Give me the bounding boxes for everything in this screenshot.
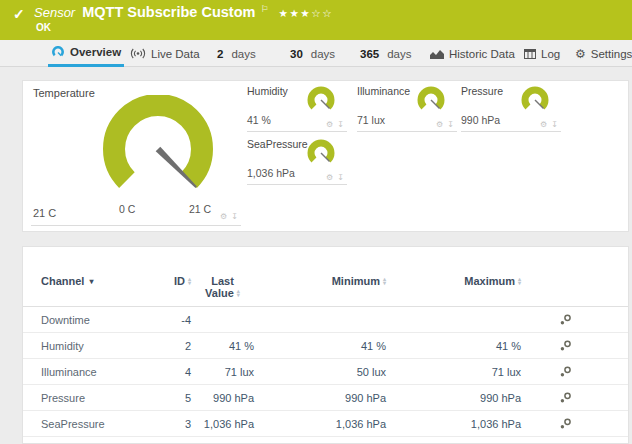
gauge-gear-icon[interactable]: ⚙ [436,120,444,129]
channel-last-value: 1,036 hPa [191,418,254,430]
channel-maximum: 41 % [386,340,521,352]
channel-last-value: 71 lux [191,366,254,378]
gauge-pin-icon[interactable]: ↧ [337,120,345,129]
sort-icon: ▴▾ [237,289,240,298]
channel-minimum: 1,036 hPa [254,418,386,430]
channel-table-panel: Channel ▾ ID ▴▾ Last Value ▴▾ Minimum ▴▾ [22,246,629,444]
priority-stars[interactable]: ★★★☆☆ [279,7,334,19]
gear-icon: ⚙ [575,47,586,61]
channel-name: Downtime [23,314,146,326]
table-row-seapressure: SeaPressure 3 1,036 hPa 1,036 hPa 1,036 … [23,411,628,437]
gauge-gear-icon[interactable]: ⚙ [326,173,334,182]
temperature-gauge-dial [93,95,223,203]
flag-icon[interactable]: ⚐ [260,4,268,14]
column-header-maximum[interactable]: Maximum ▴▾ [386,275,521,287]
tab-live-data[interactable]: Live Data [127,40,203,67]
gauge-temperature: Temperature 0 C 21 C 21 C ⚙ ↧ [31,85,241,226]
tab-settings[interactable]: ⚙ Settings [572,40,632,67]
humidity-gauge-dial [302,86,340,120]
channel-settings-icon[interactable] [560,314,572,325]
gauge-pin-icon[interactable]: ↧ [551,120,559,129]
column-label: ID [174,275,185,287]
channel-settings-icon[interactable] [560,392,572,403]
tab-2-days[interactable]: 2 days [214,40,259,67]
column-header-minimum[interactable]: Minimum ▴▾ [254,275,386,287]
gauge-current-value: 990 hPa [461,114,500,126]
channel-settings-icon[interactable] [560,340,572,351]
area-chart-icon [430,49,444,59]
sort-icon: ▴▾ [518,277,521,286]
tab-label: Live Data [151,48,200,60]
page-title: MQTT Subscribe Custom [82,4,255,20]
tab-30-days[interactable]: 30 days [287,40,338,67]
column-header-id[interactable]: ID ▴▾ [146,275,191,287]
tab-label-unit: days [387,48,411,60]
channel-minimum: 41 % [254,340,386,352]
table-row-pressure: Pressure 5 990 hPa 990 hPa 990 hPa [23,385,628,411]
table-icon [524,49,536,59]
pressure-gauge-dial [516,86,554,120]
gauge-gear-icon[interactable]: ⚙ [220,212,228,221]
channel-settings-icon[interactable] [560,366,572,377]
broadcast-icon [130,48,146,59]
column-header-last-value[interactable]: Last Value ▴▾ [191,275,254,299]
gauge-pin-icon[interactable]: ↧ [337,173,345,182]
gauge-current-value: 21 C [33,207,56,219]
gauge-pin-icon[interactable]: ↧ [231,212,239,221]
gauge-icon [51,46,65,58]
channel-minimum: 990 hPa [254,392,386,404]
channel-last-value: 990 hPa [191,392,254,404]
gauge-pressure: Pressure 990 hPa ⚙ ↧ [461,85,561,132]
gauge-title: SeaPressure [247,138,308,150]
channel-name: SeaPressure [23,418,146,430]
tab-log[interactable]: Log [521,40,563,67]
gauge-gear-icon[interactable]: ⚙ [540,120,548,129]
tab-365-days[interactable]: 365 days [357,40,414,67]
channel-maximum: 990 hPa [386,392,521,404]
tab-label-number: 365 [360,48,379,60]
tab-label-unit: days [311,48,335,60]
tab-label: Settings [591,48,632,60]
column-label: Channel [41,275,84,287]
channel-id: 4 [146,366,191,378]
gauge-illuminance: Illuminance 71 lux ⚙ ↧ [357,85,457,132]
table-row-illuminance: Illuminance 4 71 lux 50 lux 71 lux [23,359,628,385]
channel-name: Illuminance [23,366,146,378]
tab-label-number: 2 [217,48,223,60]
channel-name: Pressure [23,392,146,404]
column-header-channel[interactable]: Channel ▾ [23,275,146,287]
tab-label: Overview [70,46,121,58]
sensor-tabbar: Overview Live Data 2 days 30 days 365 da… [0,40,632,67]
tab-historic-data[interactable]: Historic Data [427,40,518,67]
channel-last-value: 41 % [191,340,254,352]
column-label: Maximum [464,275,515,287]
gauge-gear-icon[interactable]: ⚙ [326,120,334,129]
channel-settings-icon[interactable] [560,418,572,429]
channel-id: 5 [146,392,191,404]
gauge-humidity: Humidity 41 % ⚙ ↧ [247,85,347,132]
channel-id: 3 [146,418,191,430]
sensor-header: ✓ Sensor MQTT Subscribe Custom ⚐ ★★★☆☆ O… [0,0,632,40]
gauge-title: Temperature [33,87,95,99]
gauge-current-value: 71 lux [357,114,385,126]
column-label: Minimum [332,275,380,287]
table-row-temperature: Temperature 1 21 C 21 C 21 C [23,437,628,444]
illuminance-gauge-dial [412,86,450,120]
seapressure-gauge-dial [302,139,340,173]
tab-label-number: 30 [290,48,303,60]
tab-label-unit: days [231,48,255,60]
status-badge: OK [36,22,51,33]
channel-minimum: 50 lux [254,366,386,378]
channel-id: -4 [146,314,191,326]
column-label: Value [205,287,234,299]
channel-id: 2 [146,340,191,352]
gauge-title: Pressure [461,85,503,97]
tab-label: Historic Data [449,48,515,60]
gauge-pin-icon[interactable]: ↧ [447,120,455,129]
table-row-downtime: Downtime -4 [23,307,628,333]
tab-overview[interactable]: Overview [48,40,124,67]
gauge-scale-max: 21 C [189,203,211,215]
status-ok-icon: ✓ [13,6,25,22]
channel-maximum: 71 lux [386,366,521,378]
sensor-kind-label: Sensor [34,5,75,20]
